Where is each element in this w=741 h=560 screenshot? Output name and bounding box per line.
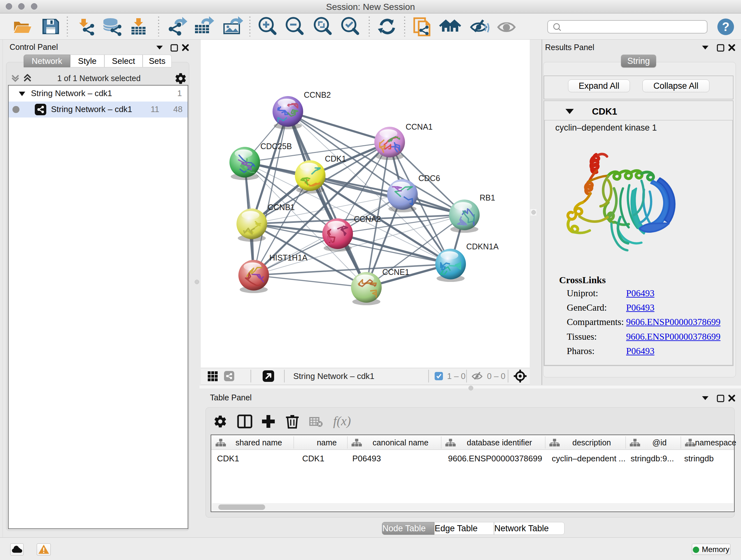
svg-text:CCNB2: CCNB2 xyxy=(304,90,331,99)
svg-text:CDC6: CDC6 xyxy=(418,174,440,183)
svg-text:0 – 0: 0 – 0 xyxy=(487,371,506,381)
svg-text:RB1: RB1 xyxy=(480,193,495,202)
svg-text:HIST1H1A: HIST1H1A xyxy=(269,253,308,262)
svg-text:CCNA1: CCNA1 xyxy=(406,122,433,131)
svg-text:CCNA2: CCNA2 xyxy=(354,214,381,224)
svg-text:f(x): f(x) xyxy=(333,414,351,428)
svg-text:CCNB1: CCNB1 xyxy=(268,203,295,212)
svg-text:CDK1: CDK1 xyxy=(325,154,346,163)
svg-text:CDC25B: CDC25B xyxy=(260,142,292,151)
svg-text:?: ? xyxy=(722,20,729,34)
svg-text:1 – 0: 1 – 0 xyxy=(447,371,466,381)
svg-text:String Network – cdk1: String Network – cdk1 xyxy=(293,371,374,381)
svg-text:CCNE1: CCNE1 xyxy=(382,267,409,276)
svg-text:CDKN1A: CDKN1A xyxy=(466,242,499,251)
